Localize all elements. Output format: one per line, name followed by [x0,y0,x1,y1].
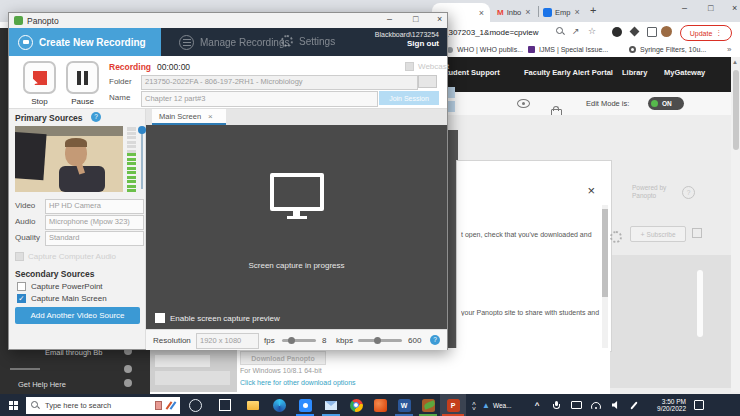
extension-icon[interactable] [630,27,640,37]
bookmark-item[interactable]: IJMS | Special Issue... [539,46,608,53]
nav-student-support[interactable]: Student Support [441,68,500,77]
edge-icon[interactable] [266,394,292,416]
zoom-search-icon[interactable] [556,27,565,36]
scrollbar-thumb[interactable] [733,70,739,150]
zoom-app-icon[interactable] [292,394,318,416]
reading-list-icon[interactable] [647,27,657,37]
volume-tray-icon[interactable] [606,394,626,416]
file-explorer-icon[interactable] [240,394,266,416]
bookmarks-overflow-icon[interactable]: » [727,45,731,54]
computer-audio-checkbox[interactable] [15,252,24,261]
pause-button[interactable] [66,61,99,94]
name-input[interactable]: Chapter 12 part#3 [141,91,378,107]
browser-close-button[interactable]: × [732,3,737,13]
bookmark-star-icon[interactable]: ☆ [588,26,596,36]
taskbar-clock[interactable]: 3:50 PM 9/20/2022 [642,398,686,412]
microphone-tray-icon[interactable] [546,394,566,416]
nav-library[interactable]: Library [622,68,647,77]
bookmark-item[interactable]: WHO | WHO publis... [457,46,523,53]
tab-close-icon[interactable]: × [208,112,213,121]
wifi-tray-icon[interactable] [586,394,606,416]
tab-close-icon[interactable]: × [574,7,579,17]
join-session-button[interactable]: Join Session [379,91,439,105]
profile-avatar[interactable] [661,26,672,37]
notification-center-icon[interactable] [686,394,712,416]
download-panopto-button[interactable]: Download Panopto [240,351,326,365]
tab-settings[interactable]: Settings [281,35,335,47]
quality-select[interactable]: Standard [45,231,144,246]
address-bar[interactable]: _307203_1&mode=cpview [444,28,539,37]
folder-browse-button[interactable] [418,75,437,88]
add-video-source-button[interactable]: Add Another Video Source [15,307,140,324]
browser-minimize-button[interactable]: – [682,3,687,13]
task-view-icon[interactable] [210,394,240,416]
subscribe-button[interactable]: + Subscribe [630,226,686,242]
bookmark-item[interactable]: Syringe Filters, 10u... [640,46,706,53]
nav-faculty-early-alert[interactable]: Faculty Early Alert Portal [524,68,613,77]
taskbar-search[interactable]: Type here to search [26,397,180,414]
video-select[interactable]: HP HD Camera [45,199,144,214]
tab-manage-recordings[interactable]: Manage Recordings [179,35,290,50]
panopto-titlebar[interactable]: Panopto – □ × [9,13,447,28]
taskbar-overflow-chevrons[interactable]: ᐱᐯ [466,401,482,410]
chrome-icon[interactable] [344,394,368,416]
tab-create-new-recording[interactable]: Create New Recording [9,28,161,56]
open-external-icon[interactable] [692,228,702,238]
dialog-scrollbar-thumb[interactable] [602,209,608,297]
stop-button[interactable] [23,61,56,94]
download-options-link[interactable]: Click here for other download options [240,379,356,386]
fps-slider-thumb[interactable] [288,337,295,344]
powerpoint-icon[interactable]: P [440,394,466,416]
menu-item-help[interactable]: Get Help Here [18,380,66,389]
preview-checkbox[interactable] [155,313,165,323]
nav-mygateway[interactable]: MyGateway [664,68,705,77]
tab-gmail[interactable]: M Inbo × [497,4,535,20]
dialog-scrollbar[interactable] [602,205,608,351]
weather-widget[interactable]: ▲ Wea... [482,394,528,416]
maximize-button[interactable]: □ [413,14,418,24]
capture-powerpoint-checkbox[interactable] [17,282,26,291]
power-tray-icon[interactable] [566,394,586,416]
help-icon[interactable]: ? [430,335,440,345]
audio-select[interactable]: Microphone (Mpow 323) [45,215,144,230]
tab-close-icon[interactable]: × [479,8,484,18]
help-icon[interactable]: ? [91,112,101,122]
page-scrollbar[interactable]: ▲ [731,57,740,392]
extension-icon[interactable] [612,27,622,37]
start-button[interactable] [0,394,26,416]
close-button[interactable]: × [437,14,442,24]
tray-expand-icon[interactable]: ^ [528,394,546,416]
menu-item-icon[interactable] [124,365,132,373]
preview-eye-icon[interactable] [517,99,530,108]
sign-out-link[interactable]: Sign out [375,39,439,48]
word-icon[interactable]: W [392,394,416,416]
mail-icon[interactable] [318,394,344,416]
volume-slider-thumb[interactable] [138,126,146,134]
help-icon[interactable]: ? [682,186,695,199]
folder-input[interactable]: 213750-2022FA - 806-197-2RH1 - Microbiol… [141,75,418,90]
resolution-input[interactable]: 1920 x 1080 [196,333,259,349]
update-button[interactable]: Update ⋮ [680,25,732,41]
tab-employee[interactable]: Emp × [543,4,581,20]
webcast-checkbox[interactable] [405,62,414,71]
new-tab-button[interactable]: + [590,4,596,16]
share-icon[interactable]: ↗ [572,26,580,36]
tab-close-icon[interactable]: × [525,7,530,17]
scroll-up-icon[interactable]: ▲ [732,59,738,65]
edit-mode-toggle[interactable]: ON [648,97,684,110]
settings-gear-icon[interactable] [610,231,622,243]
minimize-button[interactable]: – [387,14,392,24]
capture-main-screen-checkbox[interactable]: ✓ [17,294,26,303]
menu-item-icon[interactable] [124,379,132,387]
main-screen-tab[interactable]: Main Screen × [152,109,226,125]
pen-tray-icon[interactable] [626,394,642,416]
inner-scrollbar-thumb[interactable] [697,270,703,337]
kbps-slider-thumb[interactable] [374,337,381,344]
office-icon[interactable] [368,394,392,416]
powered-by-line2: Panopto [632,192,656,199]
browser-maximize-button[interactable]: □ [708,3,713,13]
panopto-leaf-icon[interactable] [416,394,440,416]
dialog-close-icon[interactable]: × [587,183,595,198]
volume-slider-track[interactable] [141,129,143,189]
cortana-icon[interactable] [180,394,210,416]
